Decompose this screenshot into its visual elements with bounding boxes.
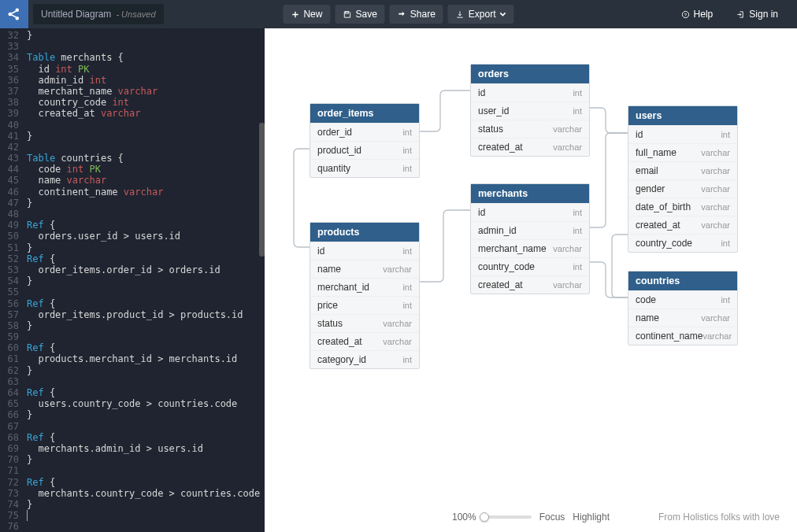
table-column-row[interactable]: gendervarchar xyxy=(628,179,737,198)
code-line[interactable]: 73 merchants.country_code > countries.co… xyxy=(0,488,265,499)
code-line[interactable]: 66} xyxy=(0,409,265,420)
code-line[interactable]: 60Ref { xyxy=(0,342,265,353)
code-editor[interactable]: 32}3334Table merchants {35 id int PK36 a… xyxy=(0,28,265,532)
code-line[interactable]: 37 merchant_name varchar xyxy=(0,86,265,97)
table-header[interactable]: order_items xyxy=(310,104,419,123)
table-column-row[interactable]: statusvarchar xyxy=(471,120,589,138)
table-column-row[interactable]: codeint xyxy=(628,290,737,308)
table-header[interactable]: orders xyxy=(471,65,589,83)
code-line[interactable]: 69 merchants.admin_id > users.id xyxy=(0,443,265,454)
table-column-row[interactable]: full_namevarchar xyxy=(628,143,737,161)
share-button[interactable]: Share xyxy=(390,5,443,24)
code-line[interactable]: 56Ref { xyxy=(0,298,265,309)
table-column-row[interactable]: created_atvarchar xyxy=(310,332,419,350)
code-line[interactable]: 51} xyxy=(0,242,265,253)
code-line[interactable]: 76 xyxy=(0,521,265,532)
code-line[interactable]: 57 order_items.product_id > products.id xyxy=(0,309,265,320)
code-line[interactable]: 52Ref { xyxy=(0,253,265,264)
export-button[interactable]: Export xyxy=(448,5,514,24)
code-line[interactable]: 46 continent_name varchar xyxy=(0,187,265,198)
code-line[interactable]: 36 admin_id int xyxy=(0,75,265,86)
code-line[interactable]: 54} xyxy=(0,275,265,286)
new-button[interactable]: New xyxy=(283,5,330,24)
code-line[interactable]: 42 xyxy=(0,142,265,153)
code-line[interactable]: 67 xyxy=(0,421,265,432)
diagram-canvas[interactable]: order_itemsorder_idintproduct_idintquant… xyxy=(265,28,797,532)
code-line[interactable]: 70} xyxy=(0,454,265,465)
table-column-row[interactable]: namevarchar xyxy=(628,308,737,327)
code-line[interactable]: 61 products.merchant_id > merchants.id xyxy=(0,353,265,364)
highlight-toggle[interactable]: Highlight xyxy=(573,512,610,523)
code-line[interactable]: 48 xyxy=(0,209,265,220)
editor-scrollbar[interactable] xyxy=(259,28,265,532)
table-column-row[interactable]: quantityint xyxy=(310,159,419,177)
code-line[interactable]: 49Ref { xyxy=(0,220,265,231)
code-line[interactable]: 68Ref { xyxy=(0,432,265,443)
table-order-items[interactable]: order_itemsorder_idintproduct_idintquant… xyxy=(310,103,420,178)
code-line[interactable]: 44 code int PK xyxy=(0,164,265,175)
help-button[interactable]: ? Help xyxy=(673,5,721,24)
code-line[interactable]: 32} xyxy=(0,30,265,41)
table-countries[interactable]: countriescodeintnamevarcharcontinent_nam… xyxy=(628,271,738,345)
table-merchants[interactable]: merchantsidintadmin_idintmerchant_nameva… xyxy=(470,183,590,294)
table-column-row[interactable]: priceint xyxy=(310,296,419,314)
code-line[interactable]: 47} xyxy=(0,198,265,209)
table-column-row[interactable]: created_atvarchar xyxy=(471,275,589,294)
table-header[interactable]: products xyxy=(310,223,419,242)
code-line[interactable]: 65 users.country_code > countries.code xyxy=(0,398,265,409)
code-line[interactable]: 58} xyxy=(0,320,265,331)
code-line[interactable]: 64Ref { xyxy=(0,387,265,398)
code-line[interactable]: 74} xyxy=(0,499,265,510)
table-column-row[interactable]: user_idint xyxy=(471,102,589,120)
code-line[interactable]: 40 xyxy=(0,120,265,131)
table-header[interactable]: countries xyxy=(628,272,737,290)
table-column-row[interactable]: created_atvarchar xyxy=(471,138,589,156)
signin-button[interactable]: Sign in xyxy=(728,5,786,24)
table-column-row[interactable]: idint xyxy=(471,83,589,102)
code-line[interactable]: 45 name varchar xyxy=(0,175,265,186)
table-column-row[interactable]: merchant_namevarchar xyxy=(471,239,589,257)
document-title-box[interactable]: Untitled Diagram - Unsaved xyxy=(33,4,164,24)
code-line[interactable]: 38 country_code int xyxy=(0,97,265,108)
code-line[interactable]: 35 id int PK xyxy=(0,64,265,75)
code-line[interactable]: 43Table countries { xyxy=(0,153,265,164)
table-column-row[interactable]: idint xyxy=(628,125,737,143)
code-line[interactable]: 33 xyxy=(0,41,265,52)
code-line[interactable]: 55 xyxy=(0,286,265,297)
table-column-row[interactable]: product_idint xyxy=(310,141,419,159)
table-users[interactable]: usersidintfull_namevarcharemailvarcharge… xyxy=(628,105,738,253)
table-header[interactable]: users xyxy=(628,106,737,125)
code-line[interactable]: 75 xyxy=(0,510,265,521)
scrollbar-thumb[interactable] xyxy=(259,123,265,257)
code-line[interactable]: 34Table merchants { xyxy=(0,52,265,63)
table-column-row[interactable]: statusvarchar xyxy=(310,314,419,332)
table-column-row[interactable]: order_idint xyxy=(310,123,419,141)
code-line[interactable]: 39 created_at varchar xyxy=(0,108,265,119)
app-logo[interactable] xyxy=(0,0,28,28)
table-column-row[interactable]: category_idint xyxy=(310,350,419,368)
code-line[interactable]: 71 xyxy=(0,465,265,476)
table-column-row[interactable]: emailvarchar xyxy=(628,161,737,179)
table-column-row[interactable]: country_codeint xyxy=(628,234,737,252)
code-line[interactable]: 41} xyxy=(0,131,265,142)
save-button[interactable]: Save xyxy=(335,5,384,24)
table-orders[interactable]: ordersidintuser_idintstatusvarcharcreate… xyxy=(470,64,590,157)
table-column-row[interactable]: merchant_idint xyxy=(310,278,419,296)
table-column-row[interactable]: admin_idint xyxy=(471,221,589,239)
table-column-row[interactable]: idint xyxy=(471,203,589,221)
code-line[interactable]: 62} xyxy=(0,365,265,376)
table-column-row[interactable]: country_codeint xyxy=(471,257,589,275)
code-line[interactable]: 72Ref { xyxy=(0,477,265,488)
table-column-row[interactable]: idint xyxy=(310,242,419,260)
table-column-row[interactable]: continent_namevarchar xyxy=(628,327,737,345)
table-header[interactable]: merchants xyxy=(471,184,589,203)
code-line[interactable]: 50 orders.user_id > users.id xyxy=(0,231,265,242)
table-products[interactable]: productsidintnamevarcharmerchant_idintpr… xyxy=(310,222,420,369)
zoom-slider-knob[interactable] xyxy=(480,512,489,522)
code-line[interactable]: 53 order_items.order_id > orders.id xyxy=(0,264,265,275)
table-column-row[interactable]: date_of_birthvarchar xyxy=(628,198,737,216)
table-column-row[interactable]: created_atvarchar xyxy=(628,216,737,234)
zoom-slider[interactable] xyxy=(484,515,532,519)
focus-toggle[interactable]: Focus xyxy=(539,512,565,523)
code-line[interactable]: 63 xyxy=(0,376,265,387)
